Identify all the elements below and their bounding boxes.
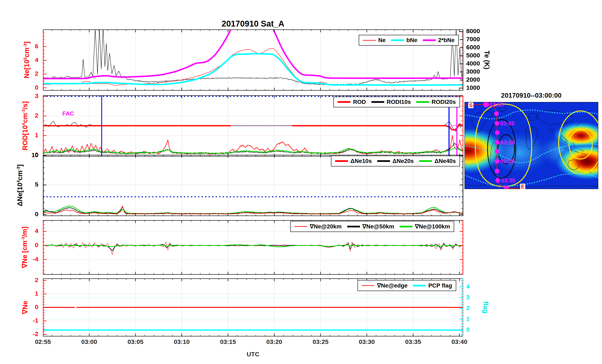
legend-label: RODI20s — [431, 99, 456, 105]
y-tick-label-right: 4 — [466, 283, 497, 289]
track-dot — [494, 159, 499, 163]
y-tick-label-right: 4000 — [466, 60, 497, 66]
track-dot — [495, 178, 500, 183]
y-tick-label-right: 1 — [466, 316, 497, 322]
x-tick-label: 03:20 — [260, 338, 289, 345]
track-time-label: 02:55 — [489, 102, 504, 108]
x-tick-label: 03:25 — [306, 338, 335, 345]
track-dot — [494, 121, 499, 126]
y-tick-label: 10 — [11, 152, 38, 158]
legend-label: ΔNe20s — [393, 158, 414, 164]
legend-label: Ne — [378, 37, 386, 43]
legend-line-sample — [413, 285, 426, 287]
figure-title: 20170910 Sat_A — [222, 19, 284, 28]
x-tick-label: 03:00 — [75, 338, 104, 345]
legend-item: ∇Ne@100km — [400, 223, 450, 230]
y-tick-label-right: 2 — [466, 305, 497, 311]
legend-panel-4: ∇Ne@edgePCP flag — [357, 280, 456, 291]
y-tick-label: -1 — [11, 317, 38, 324]
legend-label: PCP flag — [428, 282, 452, 289]
legend-panel-2: ΔNe10sΔNe20sΔNe40s — [331, 156, 460, 166]
track-dot — [495, 149, 499, 154]
figure-root: 20170910 Sat_A Ne[105cm-3] ROD[104cm-3/s… — [0, 0, 602, 364]
x-tick-label: 03:15 — [214, 338, 243, 345]
x-tick-label: 03:05 — [121, 338, 150, 345]
track-dot — [495, 130, 500, 135]
x-tick-label: 03:30 — [352, 338, 381, 345]
legend-line-sample — [362, 285, 375, 286]
y-tick-label: 1 — [11, 132, 38, 138]
y-tick-label: 0 — [11, 211, 38, 217]
series-rod-baseline — [43, 124, 463, 130]
track-dot — [495, 140, 499, 145]
legend-label: bNe — [407, 37, 418, 43]
legend-item: 2*bNe — [423, 37, 455, 43]
track-time-label: 03:15 — [500, 139, 515, 146]
legend-item: Ne — [363, 37, 386, 43]
legend-panel-1: RODRODI10sRODI20s — [333, 96, 460, 107]
legend-line-sample — [338, 101, 350, 103]
legend-line-sample — [347, 226, 360, 227]
legend-label: ∇Ne@50km — [363, 223, 394, 230]
legend-label: ∇Ne@edge — [377, 282, 408, 289]
y-tick-label: 0 — [11, 242, 38, 248]
legend-line-sample — [371, 101, 384, 103]
y-tick-label-right: 2000 — [466, 76, 497, 83]
track-dot — [495, 169, 499, 173]
series--ne-20km — [43, 242, 463, 255]
y-tick-label-right: 5000 — [466, 52, 497, 58]
legend-item: RODI20s — [416, 99, 456, 105]
legend-line-sample — [377, 160, 390, 162]
series--ne-50km — [43, 244, 463, 251]
y-tick-label-right: 7000 — [466, 36, 497, 42]
y-tick-label: -4 — [11, 256, 38, 262]
track-time-label: 03:05 — [500, 120, 515, 127]
legend-line-sample — [363, 40, 376, 41]
legend-item: RODI10s — [371, 99, 411, 105]
legend-item: bNe — [391, 37, 418, 43]
legend-item: ∇Ne@50km — [347, 223, 394, 230]
track-time-label: 03:35 — [501, 177, 515, 184]
track-dot — [494, 111, 499, 116]
y-tick-label: 4 — [11, 228, 38, 234]
y-tick-label: 0 — [11, 84, 38, 91]
y-axis-label-rod: ROD[104cm-3/s] — [21, 101, 29, 150]
x-axis-label-utc: UTC — [247, 351, 259, 358]
legend-line-sample — [419, 160, 432, 162]
y-tick-label: 4 — [11, 57, 38, 63]
y-tick-label: 2 — [11, 70, 38, 77]
y-tick-label-right: 3000 — [466, 68, 497, 75]
y-tick-label-right: 0 — [466, 326, 497, 333]
y-tick-label: 6 — [11, 43, 38, 49]
y-tick-label-right: 8000 — [466, 28, 497, 34]
y-tick-label: 1 — [11, 290, 38, 297]
series-bne — [43, 54, 463, 85]
legend-line-sample — [400, 226, 412, 227]
legend-item: ΔNe20s — [377, 158, 414, 164]
y-tick-label: 2 — [11, 112, 38, 118]
legend-line-sample — [416, 101, 429, 103]
legend-label: ΔNe10s — [350, 158, 372, 164]
legend-item: ΔNe10s — [335, 158, 372, 164]
legend-label: ∇Ne@20km — [310, 223, 342, 230]
x-tick-label: 03:10 — [167, 338, 196, 345]
annotation-fac: FAC — [62, 110, 74, 117]
legend-panel-3: ∇Ne@20km∇Ne@50km∇Ne@100km — [290, 221, 454, 232]
legend-line-sample — [391, 39, 404, 41]
legend-line-sample — [335, 160, 348, 162]
legend-item: ∇Ne@20km — [294, 223, 342, 230]
y-tick-label-right: 3 — [466, 294, 497, 300]
world-map-plot: 02:5503:0503:1503:2503:35 — [464, 102, 598, 189]
legend-label: ∇Ne@100km — [415, 223, 450, 230]
y-tick-label-right: 1000 — [466, 85, 497, 91]
legend-item: ROD — [338, 99, 366, 105]
x-tick-label: 03:35 — [398, 338, 428, 345]
y-tick-label: 2 — [11, 277, 38, 283]
legend-item: PCP flag — [413, 282, 452, 289]
y-tick-label: 3 — [11, 93, 38, 99]
legend-label: ΔNe40s — [434, 158, 456, 164]
track-time-label: 03:25 — [500, 158, 515, 165]
legend-item: ∇Ne@edge — [362, 282, 408, 289]
map-start-label: S — [468, 102, 473, 108]
legend-panel-0: NebNe2*bNe — [359, 35, 459, 46]
